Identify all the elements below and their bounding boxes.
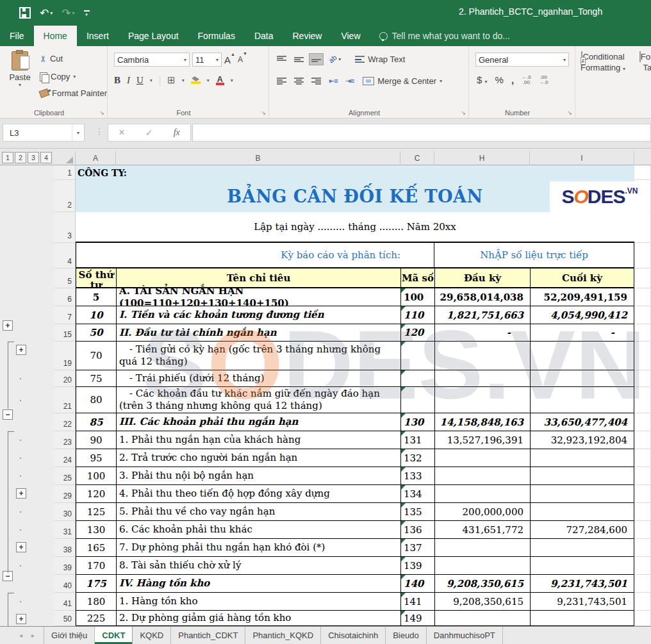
cell-closing-41[interactable]: 9,231,743,501 [530,593,634,611]
cell-stt-50[interactable]: 225 [76,611,116,626]
row-header-22[interactable]: 22 [54,413,75,431]
increase-indent-button[interactable]: ⇥≡ [343,74,357,88]
sliver-cell[interactable] [634,539,650,557]
ribbon-tab-review[interactable]: Review [283,26,332,46]
cell-stt-39[interactable]: 170 [76,557,116,575]
sliver-cell[interactable] [634,503,650,521]
sheet-tab-danhmuchisopt[interactable]: DanhmuchisoPT [427,627,503,644]
cell-closing-15[interactable]: - [530,324,634,342]
ribbon-tab-view[interactable]: View [331,26,370,46]
sliver-cell[interactable] [634,593,650,611]
sheet-tab-bieudo[interactable]: Bieudo [386,627,426,644]
align-top-button[interactable] [274,53,289,65]
row-header-24[interactable]: 24 [54,449,75,467]
row-header-6[interactable]: 6 [54,288,75,306]
cell-code-40[interactable]: 140 [400,575,434,593]
cell-stt-30[interactable]: 125 [76,503,116,521]
sliver-cell[interactable] [634,306,650,324]
clipboard-dialog-launcher[interactable]: ↘ [99,110,104,116]
ribbon-tab-file[interactable]: File [0,26,34,46]
cell-name-29[interactable]: 4. Phải thu theo tiến độ hợp đồng xây dự… [116,485,400,503]
sheet-tab-giới-thiệu[interactable]: Giới thiệu [44,627,95,644]
align-middle-button[interactable] [292,53,306,65]
cell-closing-50[interactable] [530,611,634,626]
ribbon-tab-page-layout[interactable]: Page Layout [119,26,188,46]
sliver-cell[interactable] [634,268,650,288]
row-header-25[interactable]: 25 [54,467,75,485]
row-header-5[interactable]: 5 [54,268,75,288]
cell-name-24[interactable]: 2. Trả trước cho người bán ngắn hạn [116,449,400,467]
outline-level-1[interactable]: 1 [2,152,13,163]
prev-sheet-button[interactable]: ◂ [19,632,22,639]
fill-color-button[interactable] [191,76,201,84]
cell-closing-30[interactable] [530,503,634,521]
cell-name-6[interactable]: A. TÀI SẢN NGẮN HẠN (100=110+120+130+140… [116,288,400,306]
cell-code-6[interactable]: 100 [400,288,434,306]
cell-company[interactable]: CÔNG TY: [76,165,634,180]
cell-name-31[interactable]: 6. Các khoản phải thu khác [116,521,400,539]
sliver-cell[interactable] [634,467,650,485]
wrap-text-button[interactable]: Wrap Text [355,54,405,64]
cell-closing-25[interactable] [530,467,634,485]
fill-color-dropdown[interactable]: ▾ [207,78,210,83]
cell-opening-19[interactable] [434,342,530,370]
cell-opening-41[interactable]: 9,208,350,615 [434,593,530,611]
cell-stt-6[interactable]: 5 [76,288,116,306]
insert-function-button[interactable]: fx [174,128,180,138]
cell-empty-c4[interactable] [400,243,434,267]
cell-code-24[interactable]: 132 [400,449,434,467]
outline-level-4[interactable]: 4 [40,152,52,163]
outline-level-3[interactable]: 3 [28,152,39,163]
row-header-31[interactable]: 31 [54,521,75,539]
decrease-font-icon[interactable]: A▼ [238,55,247,64]
cell-closing-39[interactable] [530,557,634,575]
cell-code-19[interactable] [400,342,434,370]
enter-button[interactable]: ✓ [145,128,153,138]
cell-code-25[interactable]: 133 [400,467,434,485]
outline-expand-button-15[interactable]: + [3,320,13,331]
formula-input[interactable] [192,124,651,142]
cell-opening-31[interactable]: 431,651,772 [434,521,530,539]
number-format-select[interactable]: General▾ [475,53,569,67]
underline-button[interactable]: U [136,75,144,86]
cell-closing-29[interactable] [530,485,634,503]
cell-closing-23[interactable]: 32,923,192,804 [530,431,634,449]
cell-opening-40[interactable]: 9,208,350,615 [434,575,530,593]
cell-opening-22[interactable]: 14,158,848,163 [434,413,530,431]
sliver-cell[interactable] [634,611,650,626]
undo-button[interactable]: ↶▾ [40,8,53,19]
header-code[interactable]: Mã số [400,268,434,288]
cell-opening-30[interactable]: 200,000,000 [434,503,530,521]
cell-closing-40[interactable]: 9,231,743,501 [530,575,634,593]
cell-opening-39[interactable] [434,557,530,575]
sliver-cell[interactable] [634,413,650,431]
cell-stt-38[interactable]: 165 [76,539,116,557]
conditional-formatting-button[interactable]: Conditional Formatting ▾ [578,51,628,74]
cell-input-label[interactable]: NhẬP số liệu trực tiếp [434,243,634,267]
cell-code-29[interactable]: 134 [400,485,434,503]
cell-name-15[interactable]: II. Đầu tư tài chính ngắn hạn [116,324,400,342]
column-header-H[interactable]: H [434,151,530,165]
cell-stt-7[interactable]: 10 [76,306,116,324]
sliver-cell[interactable] [634,165,650,180]
sliver-cell[interactable] [634,243,650,268]
cell-stt-40[interactable]: 175 [76,575,116,593]
cell-opening-23[interactable]: 13,527,196,391 [434,431,530,449]
cell-closing-24[interactable] [530,449,634,467]
font-name-select[interactable]: Cambria▾ [114,53,190,67]
sheet-tab-phantich_cdkt[interactable]: Phantich_CDKT [171,627,245,644]
row-header-39[interactable]: 39 [54,557,75,575]
ribbon-tab-data[interactable]: Data [245,26,283,46]
sheet-tab-phantich_kqkd[interactable]: Phantich_KQKD [245,627,321,644]
decrease-decimal-button[interactable]: .00→.0 [539,75,548,85]
name-box-dropdown[interactable]: ▾ [72,124,84,141]
row-header-4[interactable]: 4 [54,243,75,268]
font-color-dropdown[interactable]: ▾ [231,78,233,83]
cell-closing-31[interactable]: 727,284,600 [530,521,634,539]
sliver-cell[interactable] [634,557,650,575]
cell-stt-15[interactable]: 50 [76,324,116,342]
cell-closing-22[interactable]: 33,650,477,404 [530,413,634,431]
cell-name-22[interactable]: III. Các khoản phải thu ngắn hạn [116,413,400,431]
merge-center-button[interactable]: Merge & Center▾ [363,76,442,86]
sliver-cell[interactable] [634,370,650,387]
